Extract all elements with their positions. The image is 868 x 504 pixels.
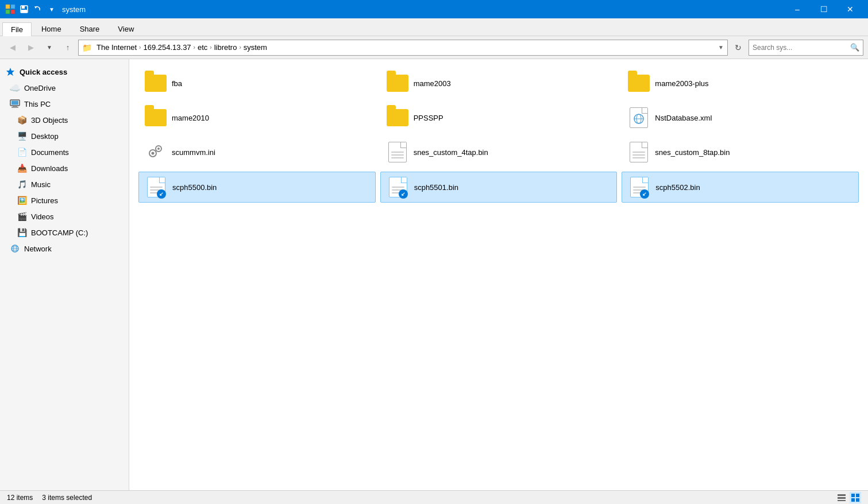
sidebar-item-downloads[interactable]: 📥 Downloads [0,160,129,176]
close-button[interactable]: ✕ [837,0,863,18]
sidebar-label-onedrive: OneDrive [24,84,56,92]
svg-rect-30 [851,498,855,502]
tab-file[interactable]: File [2,22,32,36]
window-title: system [62,5,784,14]
dropdown-arrow-icon[interactable]: ▼ [46,3,57,15]
file-grid: fba mame2003 mame2003-plus [138,68,859,203]
file-item-scummvm[interactable]: scummvm.ini [138,137,376,167]
folder-icon-fba [144,72,167,95]
search-box: 🔍 [749,40,863,56]
svg-rect-3 [11,10,15,14]
path-dropdown-arrow[interactable]: ▼ [718,44,724,51]
tab-share[interactable]: Share [71,22,109,36]
file-item-snes4tap[interactable]: snes_custom_4tap.bin [380,137,618,167]
path-folder-icon: 📁 [82,43,92,52]
path-arrow-2: › [194,44,195,51]
svg-rect-27 [838,500,846,501]
ribbon: File Home Share View [0,18,868,36]
svg-rect-26 [838,497,846,499]
file-name-mame2003plus: mame2003-plus [655,79,708,88]
svg-rect-29 [856,494,859,497]
file-name-mame2003: mame2003 [414,79,451,88]
sidebar-item-onedrive[interactable]: ☁️ OneDrive [0,80,129,96]
folder-icon-mame2003plus [627,72,650,95]
details-view-button[interactable] [836,492,847,503]
svg-rect-28 [851,494,855,497]
file-item-scph5502[interactable]: ↙ scph5502.bin [622,172,859,203]
main-area: Quick access ☁️ OneDrive This PC 📦 3D Ob… [0,59,868,490]
path-segment-system[interactable]: system [242,42,269,52]
file-name-fba: fba [172,79,182,88]
title-bar: ▼ system – ☐ ✕ [0,0,868,18]
folder-icon-ppsspp [386,106,409,129]
svg-rect-5 [22,6,25,9]
file-item-scph5501[interactable]: ↙ scph5501.bin [380,172,618,203]
videos-icon: 🎬 [16,211,28,222]
selected-count: 3 items selected [42,494,92,502]
title-bar-icons: ▼ [5,3,57,15]
sidebar-item-videos[interactable]: 🎬 Videos [0,208,129,224]
sidebar-label-thispc: This PC [24,100,51,108]
file-item-mame2003plus[interactable]: mame2003-plus [622,68,859,98]
refresh-button[interactable]: ↻ [730,40,746,56]
sidebar-item-pictures[interactable]: 🖼️ Pictures [0,192,129,208]
file-name-scph5501: scph5501.bin [414,183,458,192]
file-name-mame2010: mame2010 [172,114,209,122]
app-icon [5,3,16,15]
minimize-button[interactable]: – [784,0,811,18]
sidebar-item-documents[interactable]: 📄 Documents [0,144,129,160]
svg-rect-11 [13,106,17,107]
sidebar-item-music[interactable]: 🎵 Music [0,176,129,192]
status-right [836,492,861,503]
sidebar-item-desktop[interactable]: 🖥️ Desktop [0,128,129,144]
sidebar-label-network: Network [24,245,52,253]
path-arrow-1: › [139,44,141,51]
file-name-scph5502: scph5502.bin [655,183,700,192]
file-name-scummvm: scummvm.ini [172,148,215,157]
sidebar-label-music: Music [31,180,51,189]
sidebar-item-3dobjects[interactable]: 📦 3D Objects [0,112,129,128]
3dobjects-icon: 📦 [16,114,28,126]
path-bar[interactable]: 📁 The Internet › 169.254.13.37 › etc › l… [78,40,728,56]
sidebar-item-network[interactable]: Network [0,241,129,257]
file-item-nstdatabase[interactable]: NstDatabase.xml [622,103,859,133]
file-item-ppsspp[interactable]: PPSSPP [380,103,618,133]
maximize-button[interactable]: ☐ [811,0,837,18]
undo-icon[interactable] [32,3,44,15]
svg-rect-31 [856,498,859,502]
sidebar-item-bootcamp[interactable]: 💾 BOOTCAMP (C:) [0,224,129,241]
file-item-scph5500[interactable]: ↙ scph5500.bin [138,172,376,203]
downloads-icon: 📥 [16,162,28,174]
file-item-mame2003[interactable]: mame2003 [380,68,618,98]
sidebar-item-thispc[interactable]: This PC [0,96,129,112]
forward-button[interactable]: ▶ [23,40,39,56]
desktop-icon: 🖥️ [16,130,28,142]
file-item-fba[interactable]: fba [138,68,376,98]
tab-view[interactable]: View [109,22,142,36]
path-segment-etc[interactable]: etc [196,42,209,52]
back-button[interactable]: ◀ [5,40,21,56]
tab-home[interactable]: Home [33,22,70,36]
large-icons-view-button[interactable] [850,492,861,503]
svg-rect-10 [11,101,18,105]
path-segment-internet[interactable]: The Internet [95,42,138,52]
search-input[interactable] [753,44,850,52]
file-item-mame2010[interactable]: mame2010 [138,103,376,133]
ini-icon-scummvm [144,141,167,164]
sidebar-label-pictures: Pictures [31,196,58,205]
sidebar-label-documents: Documents [31,148,69,157]
sidebar-label-videos: Videos [31,212,54,221]
svg-point-22 [152,152,155,155]
network-icon [9,243,21,254]
path-segment-ip[interactable]: 169.254.13.37 [141,42,192,52]
bin-icon-scph5500: ↙ [145,176,168,199]
file-item-snes8tap[interactable]: snes_custom_8tap.bin [622,137,859,167]
path-segment-libretro[interactable]: libretro [213,42,239,52]
file-name-ppsspp: PPSSPP [414,114,443,122]
sidebar-section-quick-access: Quick access [0,64,129,80]
up-button[interactable]: ↑ [60,40,76,56]
status-bar: 12 items 3 items selected [0,490,868,504]
file-name-scph5500: scph5500.bin [172,183,217,192]
recent-locations-button[interactable]: ▼ [41,40,57,56]
quick-access-icon [5,66,16,77]
